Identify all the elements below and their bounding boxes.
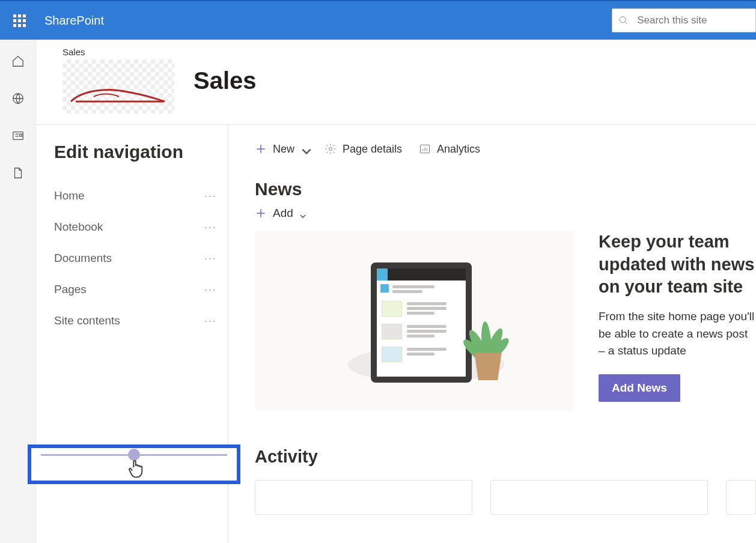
nav-item-documents[interactable]: Documents ··· <box>54 243 228 274</box>
edit-navigation-title: Edit navigation <box>54 142 228 162</box>
nav-item-pages[interactable]: Pages ··· <box>54 274 228 305</box>
activity-row <box>255 480 756 515</box>
search-icon <box>618 14 629 26</box>
add-label: Add <box>273 207 293 220</box>
page-details-label: Page details <box>343 143 402 156</box>
plus-icon <box>255 143 267 155</box>
tablet-icon <box>371 262 472 383</box>
more-icon[interactable]: ··· <box>204 252 217 265</box>
new-label: New <box>273 143 294 156</box>
nav-item-label: Home <box>54 189 85 202</box>
edit-navigation-panel: Edit navigation Home ··· Notebook ··· Do… <box>36 125 228 543</box>
site-header-left: Sales <box>62 47 174 114</box>
more-icon[interactable]: ··· <box>204 190 217 202</box>
activity-card[interactable] <box>255 480 472 515</box>
search-input[interactable] <box>637 14 749 26</box>
add-news-button[interactable]: Add News <box>599 374 680 402</box>
search-box[interactable] <box>612 8 756 32</box>
waffle-icon <box>13 14 26 27</box>
main-area: Sales Sales Edit navigation Home ··· <box>36 40 756 543</box>
news-promo: Keep your team updated with news on your… <box>599 231 756 411</box>
more-icon[interactable]: ··· <box>204 221 217 234</box>
plant-icon <box>467 305 507 356</box>
hand-cursor-icon <box>127 459 144 476</box>
more-icon[interactable]: ··· <box>204 284 217 296</box>
activity-section-title: Activity <box>255 447 756 467</box>
nav-item-notebook[interactable]: Notebook ··· <box>54 211 228 243</box>
suite-header: SharePoint <box>0 0 756 40</box>
nav-item-site-contents[interactable]: Site contents ··· <box>54 305 228 336</box>
news-promo-title: Keep your team updated with news on your… <box>599 231 756 299</box>
nav-item-label: Notebook <box>54 220 103 234</box>
car-logo-icon <box>70 88 166 105</box>
svg-rect-6 <box>19 134 22 136</box>
analytics-label: Analytics <box>437 143 480 156</box>
svg-point-0 <box>620 17 626 23</box>
analytics-button[interactable]: Analytics <box>419 143 480 156</box>
app-launcher-button[interactable] <box>0 1 38 40</box>
add-insertion-line <box>41 454 227 456</box>
add-nav-item-hover-target[interactable] <box>28 444 240 484</box>
nav-item-label: Pages <box>54 283 87 296</box>
news-empty-illustration <box>255 231 573 411</box>
globe-icon[interactable] <box>11 91 25 106</box>
chevron-down-icon <box>300 145 308 153</box>
breadcrumb[interactable]: Sales <box>62 47 174 57</box>
home-icon[interactable] <box>11 54 25 68</box>
page-toolbar: New Page details Analytics <box>255 136 756 162</box>
news-section-title: News <box>255 179 756 199</box>
activity-card[interactable] <box>726 480 756 515</box>
search-wrap <box>612 8 756 32</box>
svg-point-9 <box>329 148 332 151</box>
nav-item-home[interactable]: Home ··· <box>54 180 228 211</box>
news-icon[interactable] <box>11 129 25 143</box>
nav-item-label: Site contents <box>54 314 120 327</box>
add-news-dropdown[interactable]: Add <box>255 207 756 220</box>
chevron-down-icon <box>299 210 306 217</box>
site-header: Sales Sales <box>36 40 756 125</box>
page-content: New Page details Analytics News Ad <box>228 125 756 543</box>
svg-line-1 <box>625 22 627 24</box>
news-promo-desc: From the site home page you'll be able t… <box>599 308 756 360</box>
plus-icon <box>255 207 267 219</box>
gear-icon <box>325 143 337 155</box>
files-icon[interactable] <box>11 166 25 180</box>
activity-card[interactable] <box>490 480 708 515</box>
more-icon[interactable]: ··· <box>204 315 217 327</box>
site-title: Sales <box>194 47 257 94</box>
new-button[interactable]: New <box>255 143 308 156</box>
nav-item-label: Documents <box>54 252 112 265</box>
site-logo[interactable] <box>62 59 174 114</box>
brand-label[interactable]: SharePoint <box>44 14 104 28</box>
news-row: Keep your team updated with news on your… <box>255 231 756 411</box>
analytics-icon <box>419 143 431 155</box>
page-details-button[interactable]: Page details <box>325 143 402 156</box>
